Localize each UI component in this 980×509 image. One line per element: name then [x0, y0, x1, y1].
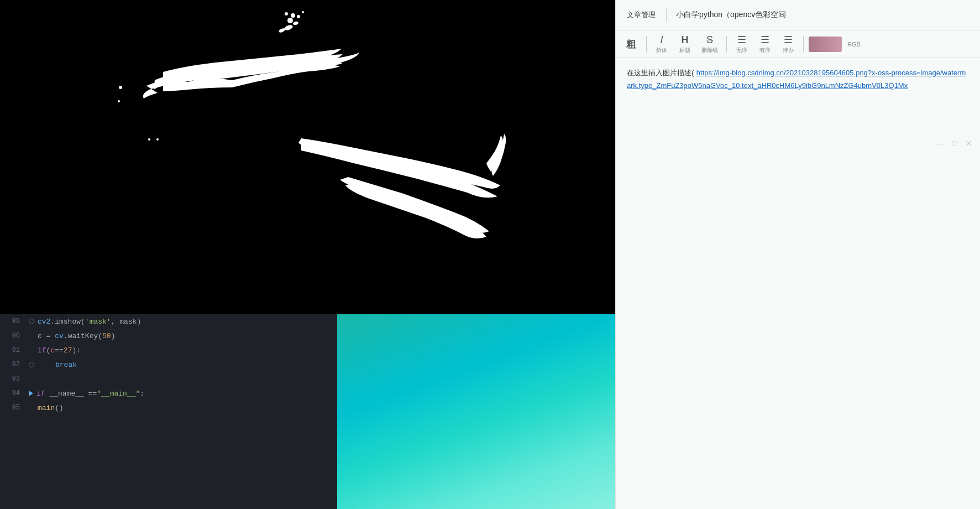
article-title: 小白学python（opencv色彩空间 — [672, 10, 790, 20]
editor-content-area[interactable]: 在这里插入图片描述( https://img-blog.csdnimg.cn/2… — [616, 58, 980, 509]
heading-button[interactable]: H 标题 — [675, 33, 695, 56]
ordered-list-button[interactable]: ☰ 有序 — [755, 32, 775, 56]
svg-point-1 — [292, 21, 298, 25]
code-line-89: 89 cv2.imshow('mask', mask) — [0, 314, 337, 329]
svg-point-5 — [156, 138, 159, 141]
svg-point-4 — [118, 100, 120, 102]
close-button[interactable]: ✕ — [963, 138, 974, 149]
strikethrough-label: 删除线 — [701, 46, 718, 54]
unordered-list-button[interactable]: ☰ 无序 — [732, 32, 752, 56]
fmt-separator-3 — [803, 36, 804, 53]
code-line-95: 95 main() — [0, 401, 337, 415]
article-mgmt-btn[interactable]: 文章管理 — [621, 8, 661, 22]
svg-point-0 — [284, 24, 294, 32]
toolbar-separator — [666, 8, 667, 22]
italic-button[interactable]: I 斜体 — [652, 33, 672, 56]
todo-icon: ☰ — [784, 34, 793, 46]
svg-point-6 — [148, 138, 150, 141]
todo-button[interactable]: ☰ 待办 — [778, 32, 798, 56]
unordered-icon: ☰ — [737, 34, 746, 46]
format-toolbar: 粗 I 斜体 H 标题 S 删除线 ☰ 无序 ☰ 有序 ☰ — [616, 30, 980, 58]
code-editor: 89 cv2.imshow('mask', mask) 90 c = cv.wa… — [0, 314, 337, 509]
main-image-display — [0, 0, 615, 314]
code-line-94: 94 if __name__ =="__main__": — [0, 386, 337, 401]
ordered-label: 有序 — [759, 46, 771, 54]
svg-point-11 — [302, 11, 304, 13]
italic-label: 斜体 — [656, 46, 667, 54]
ordered-icon: ☰ — [761, 34, 769, 46]
svg-point-9 — [291, 13, 295, 18]
todo-label: 待办 — [783, 46, 794, 54]
unordered-label: 无序 — [736, 46, 747, 54]
svg-point-8 — [285, 12, 288, 15]
right-panel: 文章管理 小白学python（opencv色彩空间 粗 I 斜体 H 标题 S … — [615, 0, 980, 509]
minimize-button[interactable]: — — [935, 138, 946, 149]
svg-point-7 — [287, 18, 293, 23]
code-line-91: 91 if(c==27): — [0, 343, 337, 357]
bottom-watermark: https://blog.csdn.net/a1_52250i — [631, 500, 716, 506]
svg-point-10 — [297, 15, 300, 18]
svg-point-3 — [119, 86, 122, 89]
fmt-separator-2 — [726, 36, 727, 53]
code-line-93: 93 — [0, 372, 337, 386]
code-line-92: 92 break — [0, 357, 337, 372]
image-insert-text: 在这里插入图片描述( https://img-blog.csdnimg.cn/2… — [627, 66, 969, 92]
italic-icon: I — [660, 34, 663, 46]
heading-label: 标题 — [679, 46, 690, 54]
rgb-label: RGB — [847, 41, 861, 48]
code-line-90: 90 c = cv.waitKey(50) — [0, 329, 337, 343]
heading-icon: H — [682, 34, 689, 46]
fmt-separator-1 — [646, 36, 647, 53]
bold-button[interactable]: 粗 — [621, 36, 641, 53]
restore-button[interactable]: □ — [949, 138, 960, 149]
strikethrough-icon: S — [706, 34, 713, 46]
right-toolbar: 文章管理 小白学python（opencv色彩空间 — [616, 0, 980, 30]
color-swatch[interactable] — [809, 37, 842, 52]
strikethrough-button[interactable]: S 删除线 — [698, 33, 721, 56]
